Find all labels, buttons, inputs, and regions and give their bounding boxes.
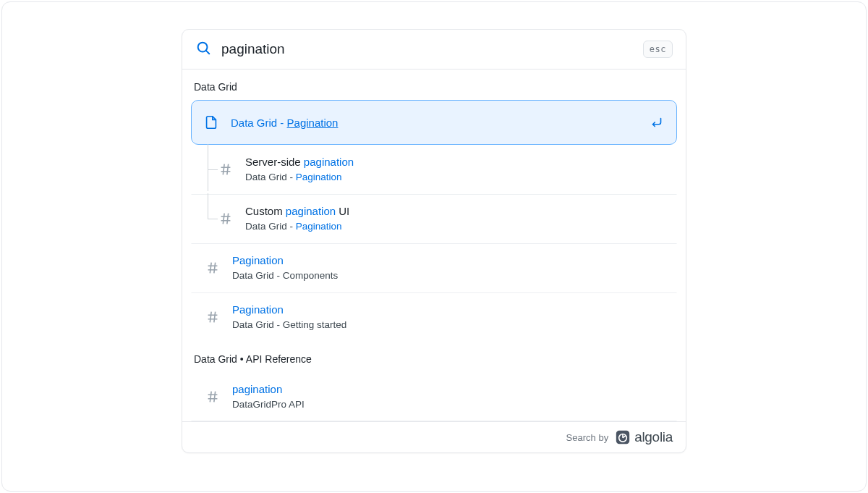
svg-line-5 — [227, 164, 229, 175]
hash-icon — [218, 211, 234, 227]
svg-line-9 — [227, 213, 229, 224]
hash-icon — [205, 309, 221, 325]
svg-line-16 — [210, 311, 211, 322]
search-icon — [195, 40, 211, 59]
footer-searchby-label: Search by — [566, 432, 609, 443]
hit-text: Custom pagination UIData Grid - Paginati… — [245, 203, 665, 234]
hit-title: Server-side pagination — [245, 154, 665, 169]
hit-subtitle: Data Grid - Components — [232, 269, 665, 283]
algolia-text: algolia — [634, 429, 673, 445]
search-footer: Search by algolia — [182, 421, 686, 452]
hit-subtitle: Data Grid - Pagination — [245, 171, 665, 185]
hash-icon — [218, 161, 234, 177]
hit-title: Pagination — [232, 302, 665, 317]
search-hit[interactable]: Data Grid - Pagination — [191, 100, 677, 145]
search-hit[interactable]: Pagination — [191, 421, 677, 421]
hit-text: Server-side paginationData Grid - Pagina… — [245, 154, 665, 185]
svg-line-4 — [223, 164, 224, 175]
hit-text: PaginationData Grid - Getting started — [232, 302, 665, 332]
svg-line-8 — [223, 213, 224, 224]
hit-title: Pagination — [232, 253, 665, 268]
section-label: Data Grid • API Reference — [191, 342, 677, 372]
hit-title: Data Grid - Pagination — [231, 115, 637, 130]
hit-text: Data Grid - Pagination — [231, 115, 637, 130]
svg-line-20 — [210, 391, 211, 402]
search-hit[interactable]: Custom pagination UIData Grid - Paginati… — [191, 194, 677, 243]
search-hit[interactable]: PaginationData Grid - Getting started — [191, 292, 677, 342]
hit-subtitle: DataGridPro API — [232, 398, 665, 412]
tree-connector — [203, 154, 234, 185]
search-header: esc — [182, 30, 686, 69]
svg-line-21 — [214, 391, 216, 402]
results-body: Data GridData Grid - PaginationServer-si… — [182, 69, 686, 421]
hash-icon — [205, 260, 221, 276]
search-hit[interactable]: paginationDataGridPro API — [191, 372, 677, 421]
enter-icon — [649, 114, 665, 130]
search-hit[interactable]: Server-side paginationData Grid - Pagina… — [191, 145, 677, 194]
esc-button[interactable]: esc — [643, 41, 673, 58]
results-scroll[interactable]: Data GridData Grid - PaginationServer-si… — [182, 69, 686, 421]
svg-line-17 — [214, 311, 216, 322]
hit-subtitle: Data Grid - Getting started — [232, 319, 665, 332]
search-input[interactable] — [221, 41, 633, 57]
hash-icon — [205, 389, 221, 405]
hit-text: PaginationData Grid - Components — [232, 253, 665, 283]
hit-title: pagination — [232, 382, 665, 397]
svg-line-13 — [214, 262, 216, 273]
svg-line-1 — [206, 51, 209, 54]
search-dialog: esc Data GridData Grid - PaginationServe… — [182, 29, 686, 453]
hit-text: paginationDataGridPro API — [232, 382, 665, 412]
search-hit[interactable]: PaginationData Grid - Components — [191, 243, 677, 292]
hit-title: Custom pagination UI — [245, 203, 665, 219]
algolia-logo: algolia — [616, 429, 673, 445]
section-label: Data Grid — [191, 69, 677, 100]
page-icon — [203, 114, 219, 130]
svg-line-12 — [210, 262, 211, 273]
tree-connector — [203, 203, 234, 234]
hit-subtitle: Data Grid - Pagination — [245, 220, 665, 234]
